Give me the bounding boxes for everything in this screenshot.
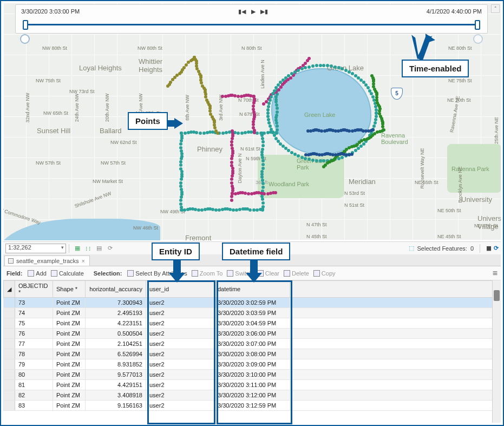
cell-objectid: 83 <box>15 401 53 411</box>
map-scale-value: 1:32,262 <box>8 244 31 251</box>
col-horizontal-accuracy[interactable]: horizontal_accuracy <box>86 281 146 298</box>
row-handle[interactable] <box>4 308 15 318</box>
table-row[interactable]: 80Point ZM9.577013user23/30/2020 3:10:00… <box>4 370 501 380</box>
callout-datetime-field: Datetime field <box>222 243 290 260</box>
refresh-icon[interactable]: ⟳ <box>494 245 499 252</box>
time-slider-track[interactable] <box>21 20 482 30</box>
cell-hacc: 9.577013 <box>86 370 146 380</box>
scrollbar-thumb[interactable] <box>494 290 500 301</box>
col-objectid[interactable]: OBJECTID * <box>15 281 53 298</box>
street-ne50: NE 50th St <box>437 208 461 213</box>
field-label: Field: <box>6 270 22 277</box>
col-datetime[interactable]: datetime <box>214 281 290 298</box>
cell-hacc: 9.156163 <box>86 401 146 411</box>
cell-user: user2 <box>146 380 214 390</box>
zoom-to-button[interactable]: Zoom To <box>192 270 223 277</box>
table-row[interactable]: 79Point ZM8.931852user23/30/2020 3:09:00… <box>4 359 501 370</box>
separator <box>480 244 480 253</box>
street-n45: N 45th St <box>306 234 327 239</box>
cell-hacc: 8.931852 <box>86 359 146 370</box>
scroll-up-button[interactable]: ˄ <box>491 4 500 13</box>
row-handle[interactable] <box>4 390 15 401</box>
street-25ave-ne: 25th Ave NE <box>494 117 499 144</box>
cell-objectid: 74 <box>15 308 53 318</box>
row-handle[interactable] <box>4 298 15 308</box>
cell-datetime: 3/30/2020 3:07:00 PM <box>214 339 290 349</box>
row-handle[interactable] <box>4 318 15 329</box>
table-row[interactable]: 77Point ZM2.104251user23/30/2020 3:07:00… <box>4 339 501 349</box>
label-ballard: Ballard <box>100 127 121 135</box>
copy-rows-button[interactable]: Copy <box>313 270 336 277</box>
cell-user: user2 <box>146 390 214 401</box>
row-handle[interactable] <box>4 349 15 359</box>
play-icon[interactable]: ▶ <box>251 8 256 15</box>
cell-spacer <box>290 349 501 359</box>
cell-hacc: 2.104251 <box>86 339 146 349</box>
snap-grid-icon[interactable]: ▦ <box>73 244 82 253</box>
row-handle[interactable] <box>4 401 15 411</box>
cell-shape: Point ZM <box>53 349 86 359</box>
woodland-park <box>258 155 344 198</box>
attribute-table[interactable]: ◢ OBJECTID * Shape * horizontal_accuracy… <box>3 280 501 423</box>
label-ravenna-park: Ravenna Park <box>451 166 489 172</box>
snap-options-icon[interactable]: ⫶⫶ <box>83 244 93 253</box>
calculate-field-button[interactable]: Calculate <box>51 270 84 277</box>
add-field-button[interactable]: Add <box>28 270 47 277</box>
close-tab-icon[interactable]: × <box>82 258 85 264</box>
table-row[interactable]: 76Point ZM0.500504user23/30/2020 3:06:00… <box>4 329 501 339</box>
pause-drawing-icon[interactable]: ▮▮ <box>486 245 490 252</box>
street-roosevelt: Roosevelt Way NE <box>420 148 425 188</box>
clock-end-icon <box>473 34 483 44</box>
col-user-id[interactable]: user_id <box>146 281 214 298</box>
time-slider-panel: 3/30/2020 3:03:00 PM ▮◀ ▶ ▶▮ 4/1/2020 4:… <box>15 4 488 34</box>
row-handle[interactable] <box>4 339 15 349</box>
label-green-lake-n: Green Lake <box>327 64 364 72</box>
table-row[interactable]: 78Point ZM6.526994user23/30/2020 3:08:00… <box>4 349 501 359</box>
cell-spacer <box>290 318 501 329</box>
tab-seattle-tracks[interactable]: seattle_example_tracks × <box>4 255 90 266</box>
callout-points: Points <box>128 112 168 130</box>
label-green-lake-park: Green Lake Park <box>297 158 328 171</box>
arrow-datetime-field <box>246 260 262 283</box>
cell-user: user2 <box>146 370 214 380</box>
constraint-icon[interactable]: ▤ <box>94 244 104 253</box>
col-shape[interactable]: Shape * <box>53 281 86 298</box>
delete-rows-button[interactable]: Delete <box>284 270 309 277</box>
time-slider-handle-end[interactable] <box>475 20 480 30</box>
row-handle[interactable] <box>4 380 15 390</box>
row-handle[interactable] <box>4 370 15 380</box>
street-market: NW Market St <box>93 179 123 184</box>
table-row[interactable]: 74Point ZM2.495193user23/30/2020 3:03:59… <box>4 308 501 318</box>
table-icon <box>8 258 14 264</box>
highway-shield-5: 5 <box>391 88 403 100</box>
row-handle[interactable] <box>4 329 15 339</box>
cell-spacer <box>290 401 501 411</box>
table-scrollbar[interactable] <box>492 280 501 423</box>
row-handle[interactable] <box>4 359 15 370</box>
street-ne80: NE 80th St <box>448 45 472 51</box>
street-nw80b: NW 80th St <box>138 45 162 51</box>
street-shilshole: Shilshole Ave NW <box>74 191 112 209</box>
row-selector-header[interactable]: ◢ <box>4 281 15 298</box>
cell-spacer <box>290 329 501 339</box>
cell-user: user2 <box>146 359 214 370</box>
table-row[interactable]: 81Point ZM4.429151user23/30/2020 3:11:00… <box>4 380 501 390</box>
map-scale-dropdown[interactable]: 1:32,262 <box>5 244 66 253</box>
corrections-icon[interactable]: ⟳ <box>105 244 115 253</box>
table-row[interactable]: 73Point ZM7.300943user23/30/2020 3:02:59… <box>4 298 501 308</box>
time-slider-handle-start[interactable] <box>23 20 28 30</box>
table-menu-icon[interactable]: ≡ <box>493 268 498 278</box>
svg-marker-4 <box>246 260 262 283</box>
cell-spacer <box>290 390 501 401</box>
table-row[interactable]: 75Point ZM4.223151user23/30/2020 3:04:59… <box>4 318 501 329</box>
table-row[interactable]: 82Point ZM3.408918user23/30/2020 3:12:00… <box>4 390 501 401</box>
table-row[interactable]: 83Point ZM9.156163user23/30/2020 3:12:59… <box>4 401 501 411</box>
step-forward-icon[interactable]: ▶▮ <box>260 8 268 15</box>
street-nw62: NW 62nd St <box>110 140 137 145</box>
copy-icon <box>313 270 320 277</box>
green-lake <box>271 68 371 155</box>
cell-datetime: 3/30/2020 3:06:00 PM <box>214 329 290 339</box>
step-back-icon[interactable]: ▮◀ <box>238 8 246 15</box>
cell-objectid: 81 <box>15 380 53 390</box>
cell-spacer <box>290 359 501 370</box>
